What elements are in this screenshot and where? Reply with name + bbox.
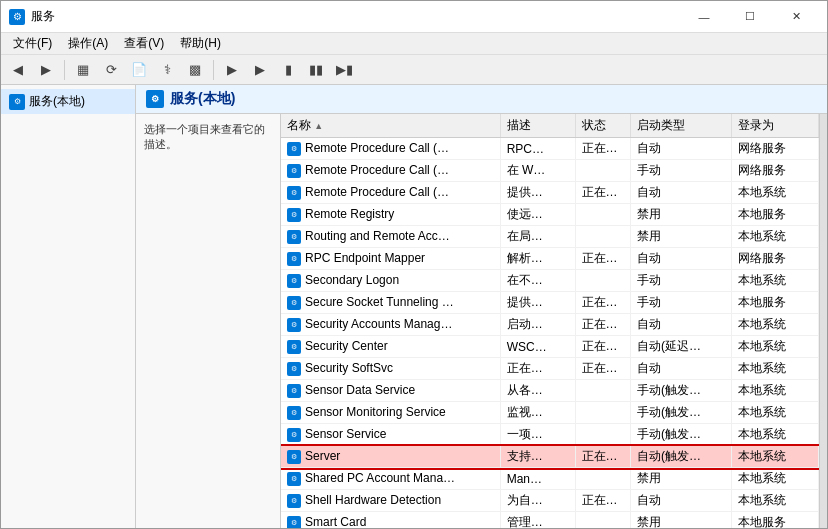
service-icon: ⚙ <box>287 494 301 508</box>
help-toolbar-button[interactable]: ⚕ <box>154 58 180 82</box>
start2-button[interactable]: ▶ <box>247 58 273 82</box>
service-name: Security Accounts Manag… <box>305 317 452 331</box>
service-desc-cell: 启动… <box>500 314 575 336</box>
service-name: Sensor Monitoring Service <box>305 405 446 419</box>
col-header-logon[interactable]: 登录为 <box>732 114 819 138</box>
table-row[interactable]: ⚙Smart Card管理…禁用本地服务 <box>281 512 819 529</box>
restart-button[interactable]: ▶▮ <box>331 58 357 82</box>
right-strip <box>819 114 827 528</box>
window-title: 服务 <box>31 8 681 25</box>
service-name: Security Center <box>305 339 388 353</box>
service-logon-cell: 本地系统 <box>732 314 819 336</box>
menu-action[interactable]: 操作(A) <box>60 33 116 54</box>
service-status-cell <box>575 160 630 182</box>
table-row[interactable]: ⚙Shared PC Account Mana…Man…禁用本地系统 <box>281 468 819 490</box>
service-icon: ⚙ <box>287 252 301 266</box>
service-name: RPC Endpoint Mapper <box>305 251 425 265</box>
table-row[interactable]: ⚙Sensor Data Service从各…手动(触发…本地系统 <box>281 380 819 402</box>
table-row[interactable]: ⚙Remote Procedure Call (…RPC…正在…自动网络服务 <box>281 138 819 160</box>
service-status-cell: 正在… <box>575 358 630 380</box>
maximize-button[interactable]: ☐ <box>727 1 773 33</box>
service-name-cell: ⚙Security Center <box>281 336 500 358</box>
col-header-status[interactable]: 状态 <box>575 114 630 138</box>
service-startup-cell: 手动(触发… <box>630 424 732 446</box>
service-logon-cell: 本地系统 <box>732 380 819 402</box>
table-row[interactable]: ⚙Remote Registry使远…禁用本地服务 <box>281 204 819 226</box>
table-row[interactable]: ⚙Secure Socket Tunneling …提供…正在…手动本地服务 <box>281 292 819 314</box>
table-row[interactable]: ⚙Remote Procedure Call (…提供…正在…自动本地系统 <box>281 182 819 204</box>
service-name: Remote Procedure Call (… <box>305 185 449 199</box>
service-desc-cell: RPC… <box>500 138 575 160</box>
service-status-cell <box>575 270 630 292</box>
refresh-button[interactable]: ⟳ <box>98 58 124 82</box>
service-logon-cell: 本地系统 <box>732 446 819 468</box>
table-row[interactable]: ⚙Security SoftSvc正在…正在…自动本地系统 <box>281 358 819 380</box>
service-logon-cell: 本地系统 <box>732 424 819 446</box>
service-status-cell <box>575 380 630 402</box>
back-button[interactable]: ◀ <box>5 58 31 82</box>
window-controls: — ☐ ✕ <box>681 1 819 33</box>
menu-file[interactable]: 文件(F) <box>5 33 60 54</box>
service-rows: ⚙Remote Procedure Call (…RPC…正在…自动网络服务⚙R… <box>281 138 819 529</box>
table-row[interactable]: ⚙Remote Procedure Call (…在 W…手动网络服务 <box>281 160 819 182</box>
show-hide-button[interactable]: ▦ <box>70 58 96 82</box>
table-row[interactable]: ⚙Sensor Monitoring Service监视…手动(触发…本地系统 <box>281 402 819 424</box>
service-status-cell: 正在… <box>575 490 630 512</box>
col-header-startup[interactable]: 启动类型 <box>630 114 732 138</box>
service-name: Remote Procedure Call (… <box>305 141 449 155</box>
service-name: Secure Socket Tunneling … <box>305 295 454 309</box>
service-desc-cell: WSC… <box>500 336 575 358</box>
service-status-cell: 正在… <box>575 248 630 270</box>
sort-arrow-name: ▲ <box>314 121 323 131</box>
service-icon: ⚙ <box>287 208 301 222</box>
menu-help[interactable]: 帮助(H) <box>172 33 229 54</box>
service-startup-cell: 禁用 <box>630 204 732 226</box>
table-row[interactable]: ⚙Routing and Remote Acc…在局…禁用本地系统 <box>281 226 819 248</box>
pause-button[interactable]: ▮▮ <box>303 58 329 82</box>
minimize-button[interactable]: — <box>681 1 727 33</box>
service-name: Sensor Service <box>305 427 386 441</box>
services-table-area[interactable]: 名称 ▲ 描述 状态 启动类型 <box>281 114 819 528</box>
start-button[interactable]: ▶ <box>219 58 245 82</box>
export-button[interactable]: 📄 <box>126 58 152 82</box>
table-row[interactable]: ⚙Security Accounts Manag…启动…正在…自动本地系统 <box>281 314 819 336</box>
col-header-desc[interactable]: 描述 <box>500 114 575 138</box>
service-name-cell: ⚙Remote Procedure Call (… <box>281 182 500 204</box>
service-name-cell: ⚙Security Accounts Manag… <box>281 314 500 336</box>
service-logon-cell: 本地系统 <box>732 490 819 512</box>
content-header: ⚙ 服务(本地) <box>136 85 827 114</box>
service-desc-cell: 使远… <box>500 204 575 226</box>
service-icon: ⚙ <box>287 318 301 332</box>
service-startup-cell: 手动(触发… <box>630 380 732 402</box>
service-status-cell: 正在… <box>575 182 630 204</box>
list-button[interactable]: ▩ <box>182 58 208 82</box>
table-row[interactable]: ⚙RPC Endpoint Mapper解析…正在…自动网络服务 <box>281 248 819 270</box>
table-row[interactable]: ⚙Security CenterWSC…正在…自动(延迟…本地系统 <box>281 336 819 358</box>
service-name-cell: ⚙Shell Hardware Detection <box>281 490 500 512</box>
service-startup-cell: 自动 <box>630 248 732 270</box>
close-button[interactable]: ✕ <box>773 1 819 33</box>
menu-view[interactable]: 查看(V) <box>116 33 172 54</box>
table-row[interactable]: ⚙Sensor Service一项…手动(触发…本地系统 <box>281 424 819 446</box>
service-desc-cell: 提供… <box>500 182 575 204</box>
app-icon: ⚙ <box>9 9 25 25</box>
service-status-cell: 正在… <box>575 138 630 160</box>
table-row[interactable]: ⚙Secondary Logon在不…手动本地系统 <box>281 270 819 292</box>
table-row[interactable]: ⚙Server支持…正在…自动(触发…本地系统 <box>281 446 819 468</box>
service-desc-cell: 提供… <box>500 292 575 314</box>
stop-button[interactable]: ▮ <box>275 58 301 82</box>
service-startup-cell: 自动(延迟… <box>630 336 732 358</box>
col-header-name[interactable]: 名称 ▲ <box>281 114 500 138</box>
forward-button[interactable]: ▶ <box>33 58 59 82</box>
desc-panel-text: 选择一个项目来查看它的描述。 <box>144 123 265 150</box>
service-logon-cell: 本地服务 <box>732 292 819 314</box>
service-startup-cell: 手动 <box>630 160 732 182</box>
service-name-cell: ⚙Shared PC Account Mana… <box>281 468 500 490</box>
service-icon: ⚙ <box>287 186 301 200</box>
service-desc-cell: 支持… <box>500 446 575 468</box>
service-icon: ⚙ <box>287 340 301 354</box>
service-name: Secondary Logon <box>305 273 399 287</box>
table-row[interactable]: ⚙Shell Hardware Detection为自…正在…自动本地系统 <box>281 490 819 512</box>
nav-item-local[interactable]: ⚙ 服务(本地) <box>1 89 135 114</box>
service-logon-cell: 本地系统 <box>732 468 819 490</box>
